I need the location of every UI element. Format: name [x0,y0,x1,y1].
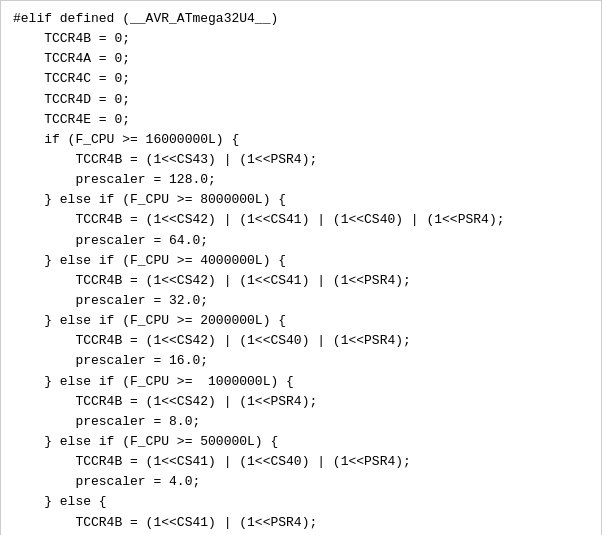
code-container: #elif defined (__AVR_ATmega32U4__) TCCR4… [0,0,602,535]
code-block: #elif defined (__AVR_ATmega32U4__) TCCR4… [13,9,589,535]
